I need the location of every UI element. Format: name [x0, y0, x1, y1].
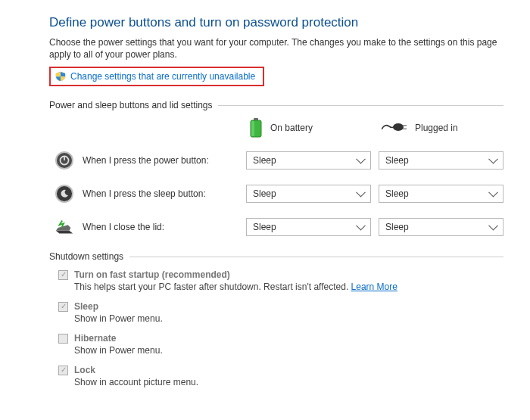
fast-startup-checkbox[interactable]: ✓ [58, 270, 68, 280]
fast-startup-name: Turn on fast startup (recommended) [74, 269, 230, 280]
lid-plugged-select[interactable]: Sleep [379, 218, 504, 236]
battery-icon [249, 118, 263, 138]
hibernate-name: Hibernate [74, 333, 116, 344]
plug-icon [382, 122, 407, 134]
divider [218, 105, 504, 106]
power-button-row-label: When I press the power button: [49, 150, 238, 171]
power-button-icon [54, 150, 75, 171]
svg-rect-4 [403, 125, 407, 126]
lock-item: ✓ Lock Show in account picture menu. [58, 365, 504, 387]
divider [129, 257, 504, 257]
lock-checkbox[interactable]: ✓ [58, 366, 68, 375]
hibernate-checkbox[interactable]: ✓ [58, 334, 68, 344]
change-settings-link[interactable]: Change settings that are currently unava… [70, 71, 255, 82]
on-battery-column-header: On battery [246, 118, 371, 138]
group1-heading: Power and sleep buttons and lid settings [49, 100, 212, 110]
power-button-label: When I press the power button: [83, 155, 209, 166]
svg-rect-2 [251, 121, 254, 136]
plugged-in-label: Plugged in [415, 123, 458, 133]
power-button-plugged-select[interactable]: Sleep [379, 151, 504, 170]
power-button-battery-select[interactable]: Sleep [246, 151, 371, 170]
sleep-button-row-label: When I press the sleep button: [49, 183, 238, 204]
sleep-button-plugged-select[interactable]: Sleep [379, 185, 504, 203]
power-options-page: Define power buttons and turn on passwor… [0, 0, 530, 404]
sleep-checkbox[interactable]: ✓ [58, 302, 68, 312]
sleep-button-battery-select[interactable]: Sleep [246, 185, 371, 203]
sleep-item: ✓ Sleep Show in Power menu. [58, 301, 504, 324]
on-battery-label: On battery [270, 123, 313, 133]
lock-desc: Show in account picture menu. [74, 377, 504, 387]
page-title: Define power buttons and turn on passwor… [49, 15, 504, 30]
sleep-name: Sleep [74, 301, 98, 312]
lid-close-icon [54, 216, 75, 238]
sleep-desc: Show in Power menu. [74, 313, 504, 324]
power-sleep-lid-group: Power and sleep buttons and lid settings… [49, 100, 504, 238]
sleep-button-label: When I press the sleep button: [83, 188, 206, 199]
group2-heading: Shutdown settings [49, 251, 123, 262]
fast-startup-item: ✓ Turn on fast startup (recommended) Thi… [58, 269, 504, 292]
lock-name: Lock [74, 365, 95, 375]
shutdown-settings-group: Shutdown settings ✓ Turn on fast startup… [49, 251, 504, 387]
uac-shield-icon [55, 71, 66, 82]
learn-more-link[interactable]: Learn More [351, 282, 398, 292]
plugged-in-column-header: Plugged in [379, 122, 504, 134]
fast-startup-desc: This helps start your PC faster after sh… [74, 282, 504, 292]
change-settings-highlight: Change settings that are currently unava… [49, 67, 264, 86]
svg-point-3 [393, 123, 404, 131]
lid-label: When I close the lid: [83, 222, 164, 232]
svg-rect-5 [403, 129, 407, 130]
sleep-button-icon [54, 183, 75, 204]
lid-row-label: When I close the lid: [49, 216, 238, 238]
lid-battery-select[interactable]: Sleep [246, 218, 371, 236]
hibernate-desc: Show in Power menu. [74, 345, 504, 356]
hibernate-item: ✓ Hibernate Show in Power menu. [58, 333, 504, 356]
page-subtitle: Choose the power settings that you want … [49, 36, 504, 61]
